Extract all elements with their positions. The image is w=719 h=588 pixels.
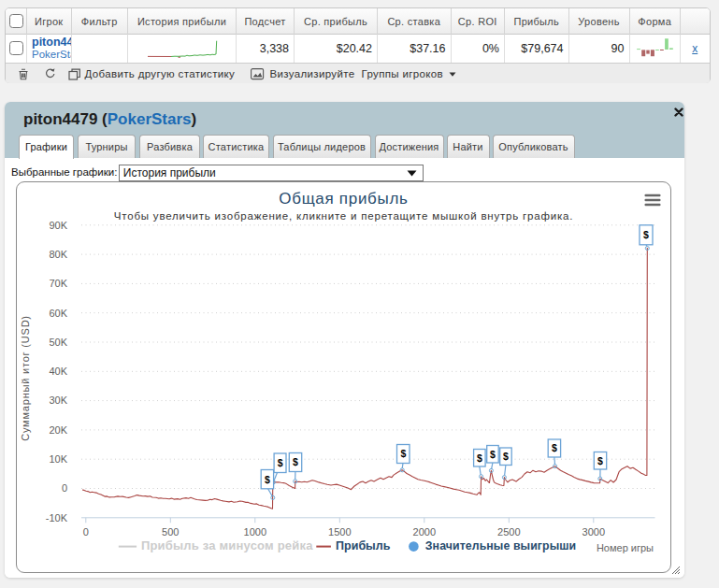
svg-text:-10K: -10K bbox=[46, 512, 68, 523]
svg-text:10K: 10K bbox=[49, 453, 67, 465]
svg-text:60K: 60K bbox=[49, 308, 67, 319]
svg-text:0: 0 bbox=[62, 482, 67, 494]
svg-text:$: $ bbox=[293, 456, 298, 467]
svg-text:$: $ bbox=[400, 448, 406, 459]
svg-text:2000: 2000 bbox=[413, 526, 436, 538]
svg-text:70K: 70K bbox=[49, 278, 67, 289]
svg-text:$: $ bbox=[503, 451, 509, 462]
svg-text:1000: 1000 bbox=[244, 526, 266, 538]
svg-text:Общая прибыль: Общая прибыль bbox=[279, 190, 408, 208]
svg-text:$: $ bbox=[643, 229, 649, 240]
svg-text:50K: 50K bbox=[49, 337, 67, 348]
svg-text:500: 500 bbox=[162, 526, 179, 538]
svg-text:Чтобы увеличить изображение, к: Чтобы увеличить изображение, кликните и … bbox=[114, 210, 573, 222]
svg-text:40K: 40K bbox=[49, 366, 67, 377]
svg-text:20K: 20K bbox=[49, 424, 67, 436]
svg-text:$: $ bbox=[278, 457, 283, 468]
svg-text:Номер игры: Номер игры bbox=[597, 542, 654, 553]
svg-text:Суммарный итог (USD): Суммарный итог (USD) bbox=[20, 315, 31, 441]
svg-text:30K: 30K bbox=[49, 394, 67, 406]
svg-text:80K: 80K bbox=[49, 249, 67, 260]
svg-text:2500: 2500 bbox=[497, 526, 520, 538]
svg-text:3000: 3000 bbox=[582, 526, 605, 538]
svg-text:0: 0 bbox=[83, 526, 89, 538]
svg-text:1500: 1500 bbox=[328, 526, 351, 538]
svg-text:$: $ bbox=[597, 455, 603, 466]
svg-text:Прибыль за минусом рейка: Прибыль за минусом рейка bbox=[141, 538, 313, 552]
svg-text:Прибыль: Прибыль bbox=[336, 539, 391, 552]
svg-text:90K: 90K bbox=[49, 220, 67, 231]
svg-text:$: $ bbox=[477, 452, 482, 464]
svg-text:$: $ bbox=[552, 442, 557, 453]
svg-text:Значительные выигрыши: Значительные выигрыши bbox=[425, 539, 576, 552]
svg-text:$: $ bbox=[490, 449, 496, 460]
svg-text:$: $ bbox=[265, 474, 270, 485]
